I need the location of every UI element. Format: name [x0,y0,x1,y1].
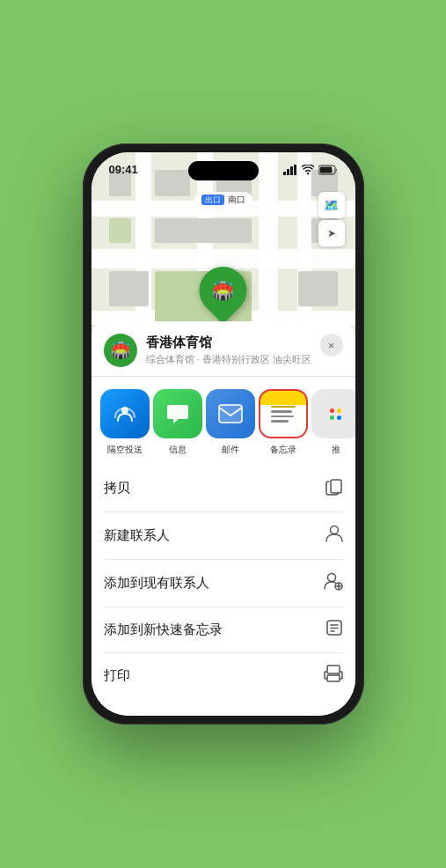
notes-lines [266,401,301,428]
new-contact-label: 新建联系人 [104,527,170,544]
person-add-icon [324,571,343,595]
dot-blue [337,416,341,420]
dot-green [330,416,334,420]
more-dots-row2 [330,416,341,420]
airdrop-label: 隔空投送 [107,444,143,456]
share-item-messages[interactable]: 信息 [153,389,202,456]
phone-frame: 09:41 [83,143,364,725]
action-new-contact[interactable]: 新建联系人 [104,512,343,560]
dot-yellow [337,408,341,413]
share-item-mail[interactable]: 邮件 [206,389,255,456]
messages-icon [165,401,191,427]
venue-header: 🏟️ 香港体育馆 综合体育馆 · 香港特别行政区 油尖旺区 × [91,321,355,377]
more-label: 推 [332,444,340,456]
status-icons [283,165,338,175]
svg-rect-21 [327,675,340,681]
status-time: 09:41 [109,163,138,176]
share-item-more[interactable]: 推 [311,389,355,456]
person-icon [325,524,343,548]
action-copy[interactable]: 拷贝 [104,465,343,512]
print-label: 打印 [104,667,130,684]
add-notes-label: 添加到新快速备忘录 [104,622,223,638]
wifi-icon [302,165,314,175]
venue-name: 香港体育馆 [146,335,343,351]
venue-icon: 🏟️ [104,334,137,367]
airdrop-icon [113,401,137,426]
print-icon [324,665,343,687]
dynamic-island [188,161,259,180]
mail-icon [217,403,244,424]
messages-label: 信息 [169,444,186,456]
location-button[interactable]: ➤ [318,220,345,246]
share-item-notes[interactable]: 备忘录 [259,389,308,456]
svg-rect-10 [331,480,341,493]
svg-rect-1 [287,169,289,175]
venue-subtitle: 综合体育馆 · 香港特别行政区 油尖旺区 [146,353,343,366]
svg-point-11 [330,526,338,534]
copy-label: 拷贝 [104,480,130,497]
svg-point-12 [327,574,335,582]
map-controls[interactable]: 🗺️ ➤ [318,192,345,246]
map-south-exit-label: 出口南口 [194,192,252,208]
add-existing-label: 添加到现有联系人 [104,575,209,592]
battery-icon [318,165,338,175]
pin-circle: 🏟️ [189,257,256,324]
notes-label: 备忘录 [270,444,296,456]
action-print[interactable]: 打印 [104,653,343,698]
svg-rect-0 [283,172,286,175]
signal-icon [283,165,297,175]
map-view-button[interactable]: 🗺️ [318,192,345,218]
venue-info: 香港体育馆 综合体育馆 · 香港特别行政区 油尖旺区 [146,335,343,366]
svg-point-22 [338,673,340,675]
svg-rect-8 [219,405,242,423]
share-item-airdrop[interactable]: 隔空投送 [100,389,150,456]
close-button[interactable]: × [320,334,343,357]
messages-icon-wrap [153,389,202,438]
svg-rect-3 [294,165,296,175]
mail-label: 邮件 [222,444,239,456]
svg-rect-2 [290,166,293,175]
airdrop-icon-wrap [100,389,150,438]
action-add-notes[interactable]: 添加到新快速备忘录 [104,607,343,653]
bottom-sheet: 🏟️ 香港体育馆 综合体育馆 · 香港特别行政区 油尖旺区 × [91,321,355,716]
mail-icon-wrap [206,389,255,438]
svg-rect-6 [319,166,332,173]
more-dots-row1 [330,408,341,413]
phone-screen: 09:41 [91,152,355,716]
svg-point-4 [306,172,308,173]
dot-red [330,408,334,413]
action-list: 拷贝 新建联系人 [91,465,355,698]
more-icon-wrap [311,389,355,438]
svg-rect-20 [327,666,340,673]
notes-icon-wrap [259,389,308,438]
copy-icon [325,476,343,500]
note-icon [325,619,343,641]
action-add-existing[interactable]: 添加到现有联系人 [104,560,343,607]
share-row: 隔空投送 信息 [91,377,355,465]
